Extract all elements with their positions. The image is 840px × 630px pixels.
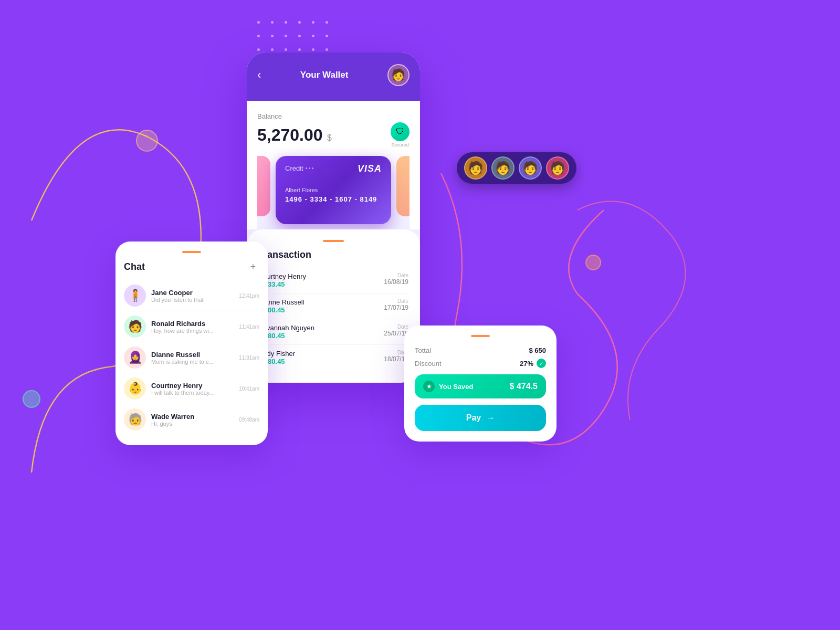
svg-point-1 xyxy=(23,391,40,407)
secured-badge: 🛡 Secured xyxy=(391,122,410,148)
chat-info: Jane Cooper Did you listen to that xyxy=(151,289,234,303)
balance-row: 5,270.00 $ 🛡 Secured xyxy=(257,122,410,148)
chat-info: Dianne Russell Mom is asking me to c... xyxy=(151,351,234,365)
chat-time: 10:41am xyxy=(239,386,259,392)
table-row[interactable]: Savannah Nguyen $ 480.45 Date 25/07/19 xyxy=(258,319,408,345)
chat-time: 09:48am xyxy=(239,417,259,423)
chat-drag-handle xyxy=(182,251,201,253)
star-icon: ★ xyxy=(423,381,435,392)
list-item[interactable]: 🧑 Ronald Richards Hoy, how are things wi… xyxy=(124,311,259,342)
total-row: Tottal $ 650 xyxy=(415,346,546,354)
you-saved-left: ★ You Saved xyxy=(423,381,474,392)
discount-row: Discount 27% ✓ xyxy=(415,359,546,368)
chat-time: 11:41am xyxy=(239,324,259,330)
pay-arrow-icon: → xyxy=(486,413,495,423)
balance-label: Balance xyxy=(257,112,410,120)
discount-pct: 27% xyxy=(520,360,533,368)
avatar: 👶 xyxy=(124,377,146,400)
avatar[interactable]: 🧑 xyxy=(491,156,514,180)
balance-currency: $ xyxy=(327,133,332,142)
chat-name: Ronald Richards xyxy=(151,320,234,328)
chat-name: Jane Cooper xyxy=(151,289,234,297)
table-row[interactable]: Cody Fisher $ 480.45 Date 18/07/19 xyxy=(258,345,408,370)
chat-time: 11:31am xyxy=(239,355,259,361)
add-chat-button[interactable]: + xyxy=(247,260,259,273)
avatar[interactable]: 🧑 xyxy=(519,156,542,180)
payment-drag-handle xyxy=(471,335,490,337)
credit-card[interactable]: Credit VISA Albert Flores 1496 - 3334 - … xyxy=(276,156,391,224)
chat-title: Chat xyxy=(124,261,145,272)
txn-date: 16/08/19 xyxy=(384,278,408,286)
chat-preview: Mom is asking me to c... xyxy=(151,359,234,365)
avatar[interactable]: 🧑 xyxy=(387,64,410,86)
wallet-phone: ‹ Your Wallet 🧑 Balance 5,270.00 $ 🛡 Sec… xyxy=(247,52,420,383)
avatar: 🧓 xyxy=(124,408,146,430)
chat-preview: I will talk to them today... xyxy=(151,390,234,396)
chat-info: Wade Warren Hi, guys xyxy=(151,413,234,427)
list-item[interactable]: 👶 Courtney Henry I will talk to them tod… xyxy=(124,373,259,404)
wallet-header: ‹ Your Wallet 🧑 xyxy=(247,52,420,101)
list-item[interactable]: 🧓 Wade Warren Hi, guys 09:48am xyxy=(124,404,259,435)
total-label: Tottal xyxy=(415,346,431,354)
txn-date: 17/07/19 xyxy=(384,304,408,311)
svg-point-0 xyxy=(136,130,158,151)
you-saved-row: ★ You Saved $ 474.5 xyxy=(415,374,546,398)
chat-panel: Chat + 🧍 Jane Cooper Did you listen to t… xyxy=(116,242,268,445)
avatar: 🧕 xyxy=(124,346,146,369)
pay-button[interactable]: Pay → xyxy=(415,405,546,431)
chat-info: Courtney Henry I will talk to them today… xyxy=(151,382,234,396)
chat-name: Dianne Russell xyxy=(151,351,234,359)
transaction-title: Transaction xyxy=(258,249,408,260)
chat-name: Courtney Henry xyxy=(151,382,234,390)
txn-date-label: Date xyxy=(384,324,408,330)
card-network: VISA xyxy=(358,163,382,174)
you-saved-amount: $ 474.5 xyxy=(510,382,538,391)
chat-preview: Did you listen to that xyxy=(151,297,234,303)
card-number: 1496 - 3334 - 1607 - 8149 xyxy=(285,195,382,203)
chat-header: Chat + xyxy=(124,260,259,273)
avatar[interactable]: 🧑 xyxy=(464,156,487,180)
cards-carousel: Credit VISA Albert Flores 1496 - 3334 - … xyxy=(257,148,410,229)
avatar-strip: 🧑 🧑 🧑 🧑 xyxy=(457,152,576,184)
chat-preview: Hoy, how are things wi... xyxy=(151,328,234,334)
table-row[interactable]: Dianne Russell $ 700.45 Date 17/07/19 xyxy=(258,293,408,319)
svg-point-2 xyxy=(586,255,601,270)
chat-time: 12:41pm xyxy=(239,293,259,299)
avatar: 🧑 xyxy=(124,316,146,338)
total-value: $ 650 xyxy=(529,346,546,354)
avatar[interactable]: 🧑 xyxy=(546,156,569,180)
shield-icon: 🛡 xyxy=(391,122,410,141)
chat-preview: Hi, guys xyxy=(151,421,234,427)
avatar: 🧍 xyxy=(124,285,146,307)
payment-panel: Tottal $ 650 Discount 27% ✓ ★ You Saved … xyxy=(404,326,556,442)
card-prev[interactable] xyxy=(257,156,270,216)
list-item[interactable]: 🧍 Jane Cooper Did you listen to that 12:… xyxy=(124,280,259,311)
wallet-body: Balance 5,270.00 $ 🛡 Secured Credit VISA… xyxy=(247,101,420,229)
balance-amount: 5,270.00 xyxy=(257,125,323,144)
wallet-title: Your Wallet xyxy=(300,70,349,80)
txn-date-label: Date xyxy=(384,272,408,278)
table-row[interactable]: Courtney Henry $ 533.45 Date 16/08/19 xyxy=(258,268,408,293)
card-next[interactable] xyxy=(396,156,410,216)
chat-name: Wade Warren xyxy=(151,413,234,421)
you-saved-label: You Saved xyxy=(439,383,474,391)
pay-label: Pay xyxy=(466,413,481,423)
txn-date-label: Date xyxy=(384,298,408,304)
discount-label: Discount xyxy=(415,360,442,368)
secured-text: Secured xyxy=(391,142,409,148)
drag-handle xyxy=(323,240,344,242)
back-button[interactable]: ‹ xyxy=(257,68,261,82)
transaction-section: Transaction Courtney Henry $ 533.45 Date… xyxy=(247,229,420,383)
discount-value-group: 27% ✓ xyxy=(520,359,546,368)
list-item[interactable]: 🧕 Dianne Russell Mom is asking me to c..… xyxy=(124,342,259,373)
discount-check-icon: ✓ xyxy=(537,359,546,368)
card-holder: Albert Flores xyxy=(285,187,382,193)
chat-info: Ronald Richards Hoy, how are things wi..… xyxy=(151,320,234,334)
